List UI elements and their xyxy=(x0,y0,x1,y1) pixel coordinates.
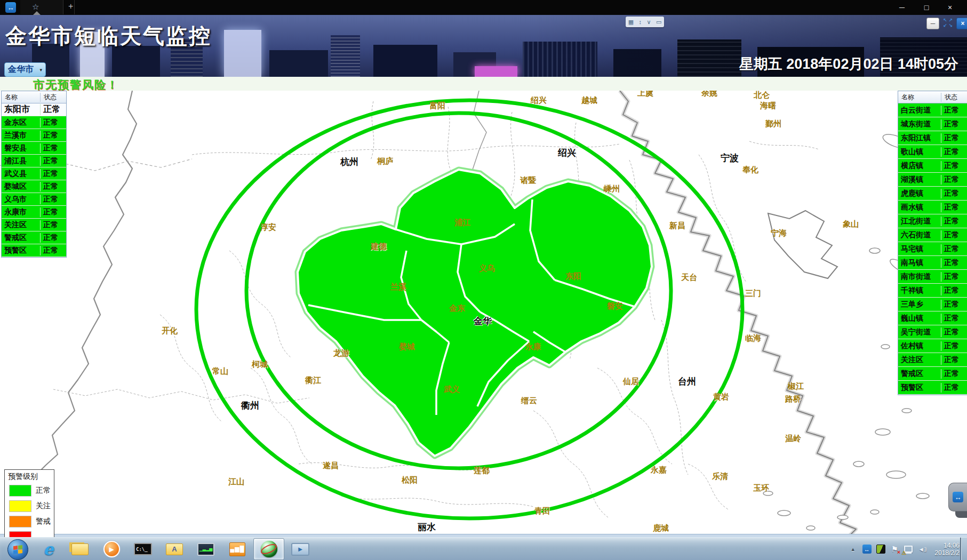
table-row[interactable]: 警戒区正常 xyxy=(2,231,66,244)
map-region-label: 金东 xyxy=(449,303,465,314)
table-row[interactable]: 义乌市正常 xyxy=(2,193,66,206)
map-county-label: 越城 xyxy=(581,95,597,106)
map-county-label: 天台 xyxy=(681,273,697,283)
taskbar-app-performance-monitor[interactable] xyxy=(190,538,221,560)
column-header-name[interactable]: 名称 xyxy=(2,93,40,102)
grid-icon[interactable]: ▦ xyxy=(628,19,634,26)
table-row[interactable]: 东阳市正常 xyxy=(2,103,66,116)
panel-expand-button[interactable]: ↖ ↗ ↙ ↘ xyxy=(942,18,953,28)
windows-flag-icon xyxy=(13,545,22,554)
tray-volume-icon[interactable] xyxy=(917,545,927,554)
browser-tab[interactable] xyxy=(20,0,63,14)
column-header-status[interactable]: 状态 xyxy=(941,93,966,102)
legend-label: 警戒 xyxy=(36,517,51,526)
taskbar-app-media-viewer[interactable] xyxy=(285,538,316,560)
table-row[interactable]: 南市街道正常 xyxy=(898,270,967,284)
table-row[interactable]: 磐安县正常 xyxy=(2,142,66,155)
table-row[interactable]: 横店镇正常 xyxy=(898,159,967,173)
window-maximize-button[interactable]: □ xyxy=(918,1,934,14)
taskbar-app-media-player[interactable] xyxy=(96,538,127,560)
tray-nvidia-icon[interactable] xyxy=(876,545,885,554)
table-row[interactable]: 六石街道正常 xyxy=(898,228,967,242)
tray-network-icon[interactable] xyxy=(904,545,913,554)
table-row[interactable]: 湖溪镇正常 xyxy=(898,173,967,187)
cell-name: 预警区 xyxy=(2,246,40,255)
table-row[interactable]: 巍山镇正常 xyxy=(898,311,967,325)
table-row[interactable]: 关注区正常 xyxy=(898,353,967,367)
chevron-down-icon[interactable]: ∨ xyxy=(646,19,651,26)
table-row[interactable]: 预警区正常 xyxy=(2,244,66,257)
table-row[interactable]: 江北街道正常 xyxy=(898,214,967,228)
taskbar-app-weather-monitor-app[interactable] xyxy=(253,538,284,560)
table-row[interactable]: 警戒区正常 xyxy=(898,367,967,381)
table-header[interactable]: 名称 状态 xyxy=(898,91,967,103)
taskbar-app-windows-explorer[interactable] xyxy=(65,538,95,560)
taskbar-app-internet-explorer[interactable] xyxy=(33,538,64,560)
tray-action-center-icon[interactable] xyxy=(890,545,899,554)
map-county-label: 椒江 xyxy=(788,381,804,391)
column-header-name[interactable]: 名称 xyxy=(898,93,941,102)
table-row[interactable]: 关注区正常 xyxy=(2,219,66,231)
tray-teamviewer-icon[interactable] xyxy=(862,545,872,554)
map-county-label: 桐庐 xyxy=(377,156,393,166)
cell-status: 正常 xyxy=(941,327,966,337)
taskbar-clock[interactable]: 14:06 2018/2/2 xyxy=(934,542,960,557)
map-county-label: 三门 xyxy=(745,289,761,299)
table-row[interactable]: 南马镇正常 xyxy=(898,256,967,270)
taskbar-app-chart-app[interactable] xyxy=(222,538,253,560)
table-row[interactable]: 浦江县正常 xyxy=(2,155,66,167)
map-county-label: 仙居 xyxy=(623,377,639,387)
legend-item: 正常 xyxy=(5,483,54,498)
alert-message: 市无预警风险！ xyxy=(33,77,119,92)
column-header-status[interactable]: 状态 xyxy=(40,93,65,102)
teamviewer-side-handle[interactable]: ↔ xyxy=(948,483,967,511)
table-row[interactable]: 城东街道正常 xyxy=(898,117,967,131)
remote-session-toolbar[interactable]: ▦ ↕ ∨ ▭ xyxy=(626,17,664,27)
cell-name: 横店镇 xyxy=(898,161,941,171)
taskbar: 14:06 2018/2/2 xyxy=(0,537,967,560)
table-row[interactable]: 金东区正常 xyxy=(2,116,66,129)
system-tray: 14:06 2018/2/2 xyxy=(848,538,960,560)
province-map[interactable]: 杭州绍兴宁波金华衢州台州丽水绍兴越城上虞余姚海曙鄞州北仑奉化宁海象山诸暨嵊州新昌… xyxy=(0,91,967,537)
taskbar-app-fonts-folder[interactable] xyxy=(159,538,190,560)
cell-name: 南马镇 xyxy=(898,258,941,268)
table-row[interactable]: 白云街道正常 xyxy=(898,103,967,117)
town-status-table: 名称 状态 白云街道正常城东街道正常东阳江镇正常歌山镇正常横店镇正常湖溪镇正常虎… xyxy=(898,91,967,395)
table-row[interactable]: 佐村镇正常 xyxy=(898,339,967,353)
table-row[interactable]: 武义县正常 xyxy=(2,167,66,180)
table-header[interactable]: 名称 状态 xyxy=(2,91,66,103)
favorites-star-icon[interactable]: ☆ xyxy=(32,2,39,12)
table-row[interactable]: 虎鹿镇正常 xyxy=(898,187,967,201)
table-row[interactable]: 东阳江镇正常 xyxy=(898,131,967,145)
table-row[interactable]: 千祥镇正常 xyxy=(898,284,967,298)
cell-name: 六石街道 xyxy=(898,230,941,240)
table-row[interactable]: 婺城区正常 xyxy=(2,180,66,193)
map-county-label: 临海 xyxy=(745,333,761,343)
cell-status: 正常 xyxy=(40,104,65,115)
cell-status: 正常 xyxy=(941,161,966,171)
city-dropdown[interactable]: 金华市 ▾ xyxy=(4,62,46,77)
table-row[interactable]: 吴宁街道正常 xyxy=(898,325,967,339)
taskbar-app-command-prompt[interactable] xyxy=(127,538,158,560)
start-button[interactable] xyxy=(7,539,28,560)
tray-hidden-icons-icon[interactable] xyxy=(848,545,858,554)
resize-icon[interactable]: ↕ xyxy=(639,19,642,25)
show-desktop-button[interactable] xyxy=(960,538,967,560)
table-row[interactable]: 歌山镇正常 xyxy=(898,145,967,159)
table-row[interactable]: 兰溪市正常 xyxy=(2,129,66,142)
window-close-button[interactable]: × xyxy=(942,1,958,14)
table-row[interactable]: 预警区正常 xyxy=(898,381,967,395)
new-tab-button[interactable]: + xyxy=(68,2,73,11)
table-row[interactable]: 画水镇正常 xyxy=(898,201,967,214)
table-row[interactable]: 马宅镇正常 xyxy=(898,242,967,256)
table-row[interactable]: 永康市正常 xyxy=(2,206,66,219)
window-minimize-button[interactable]: ─ xyxy=(894,1,910,14)
clock-date: 2018/2/2 xyxy=(934,549,960,557)
panel-minimize-button[interactable]: ─ xyxy=(926,18,939,29)
map-county-label: 嵊州 xyxy=(604,184,620,194)
table-row[interactable]: 三单乡正常 xyxy=(898,298,967,311)
monitor-icon[interactable]: ▭ xyxy=(656,19,661,26)
panel-close-button[interactable]: × xyxy=(956,18,967,29)
map-county-label: 象山 xyxy=(843,219,859,229)
cell-status: 正常 xyxy=(941,119,966,129)
